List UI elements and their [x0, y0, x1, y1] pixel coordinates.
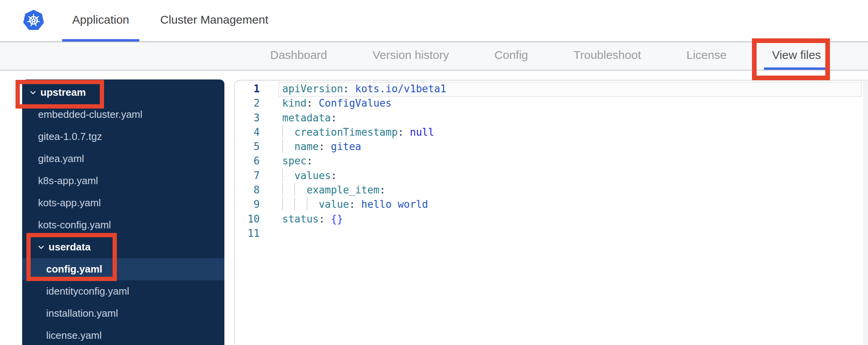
file-label: embedded-cluster.yaml	[38, 109, 142, 121]
file-label: gitea.yaml	[38, 153, 84, 165]
file-label: license.yaml	[46, 329, 102, 342]
tree-item-embedded-cluster-yaml[interactable]: embedded-cluster.yaml	[22, 104, 224, 126]
code-line-4[interactable]: 4 creationTimestamp: null	[235, 125, 868, 140]
header-tab-cluster-management[interactable]: Cluster Management	[150, 0, 278, 41]
line-number: 1	[235, 82, 260, 96]
tree-item-k8s-app-yaml[interactable]: k8s-app.yaml	[22, 170, 224, 192]
kots-admin-console: ApplicationCluster Management DashboardV…	[0, 0, 868, 345]
code-line-9[interactable]: 9 value: hello world	[235, 197, 868, 212]
code-line-6[interactable]: 6spec:	[235, 154, 868, 168]
line-number: 7	[235, 169, 260, 183]
code-text: name: gitea	[282, 140, 361, 154]
indent-guide	[282, 125, 283, 138]
line-number: 11	[235, 226, 260, 241]
line-number: 6	[235, 154, 260, 168]
indent-guide	[282, 140, 283, 152]
file-label: kots-config.yaml	[38, 219, 111, 231]
file-label: installation.yaml	[46, 307, 118, 319]
indent-guide	[307, 197, 307, 210]
chevron-down-icon	[29, 88, 37, 97]
file-label: identityconfig.yaml	[46, 285, 129, 297]
header-tabs: ApplicationCluster Management	[62, 0, 278, 41]
indent-guide	[294, 183, 295, 196]
code-line-8[interactable]: 8 example_item:	[235, 183, 868, 197]
code-text: apiVersion: kots.io/v1beta1	[282, 82, 446, 96]
nav-tab-license[interactable]: License	[686, 42, 726, 70]
nav-tab-version-history[interactable]: Version history	[373, 42, 449, 70]
file-tree-sidebar: upstreamembedded-cluster.yamlgitea-1.0.7…	[22, 79, 224, 345]
indent-guide	[282, 197, 283, 210]
line-number: 2	[235, 96, 260, 110]
file-tree: upstreamembedded-cluster.yamlgitea-1.0.7…	[22, 81, 224, 345]
tree-item-installation-yaml[interactable]: installation.yaml	[22, 302, 224, 324]
kubernetes-logo-icon	[23, 9, 45, 32]
line-number: 10	[235, 212, 260, 226]
indent-guide	[282, 169, 283, 181]
tree-item-identityconfig-yaml[interactable]: identityconfig.yaml	[22, 280, 224, 302]
code-line-3[interactable]: 3metadata:	[235, 111, 868, 125]
code-line-11[interactable]: 11	[235, 226, 868, 241]
app-nav-bar: DashboardVersion historyConfigTroublesho…	[0, 41, 868, 71]
code-line-10[interactable]: 10status: {}	[235, 212, 868, 226]
line-number: 3	[235, 111, 260, 125]
folder-label: upstream	[40, 86, 86, 98]
chevron-down-icon	[37, 243, 45, 252]
indent-guide	[294, 197, 295, 210]
nav-tab-config[interactable]: Config	[495, 42, 528, 70]
tree-item-license-yaml[interactable]: license.yaml	[22, 324, 224, 345]
code-text: metadata:	[282, 111, 337, 125]
file-label: gitea-1.0.7.tgz	[38, 131, 102, 143]
code-line-5[interactable]: 5 name: gitea	[235, 140, 868, 154]
line-number: 9	[235, 197, 260, 212]
yaml-code: 1apiVersion: kots.io/v1beta12kind: Confi…	[235, 82, 868, 241]
file-content-editor[interactable]: 1apiVersion: kots.io/v1beta12kind: Confi…	[234, 80, 868, 345]
code-text: spec:	[282, 154, 312, 168]
code-text: values:	[282, 169, 337, 183]
line-number: 5	[235, 140, 260, 154]
indent-guide	[282, 183, 283, 196]
code-text: value: hello world	[282, 197, 428, 212]
code-line-1[interactable]: 1apiVersion: kots.io/v1beta1	[235, 82, 868, 96]
code-text: kind: ConfigValues	[282, 96, 392, 110]
nav-tab-dashboard[interactable]: Dashboard	[270, 42, 327, 70]
tree-item-userdata[interactable]: userdata	[22, 236, 224, 258]
tree-item-gitea-yaml[interactable]: gitea.yaml	[22, 148, 224, 170]
code-line-2[interactable]: 2kind: ConfigValues	[235, 96, 868, 110]
tree-item-config-yaml[interactable]: config.yaml	[22, 258, 224, 280]
line-number: 8	[235, 183, 260, 197]
tree-item-gitea-1-0-7-tgz[interactable]: gitea-1.0.7.tgz	[22, 126, 224, 148]
tree-item-upstream[interactable]: upstream	[22, 81, 224, 104]
header-tab-application[interactable]: Application	[62, 0, 139, 41]
code-text: example_item:	[282, 183, 385, 197]
file-label: kots-app.yaml	[38, 197, 101, 209]
file-label: config.yaml	[46, 263, 102, 275]
secondary-nav-items: DashboardVersion historyConfigTroublesho…	[270, 42, 821, 70]
code-text: creationTimestamp: null	[282, 125, 434, 140]
top-bar: ApplicationCluster Management	[0, 0, 868, 41]
scrollbar-track[interactable]	[863, 80, 868, 345]
code-text: status: {}	[282, 212, 343, 226]
nav-tab-view-files[interactable]: View files	[764, 42, 829, 70]
file-label: k8s-app.yaml	[38, 175, 98, 187]
line-number: 4	[235, 125, 260, 140]
code-line-7[interactable]: 7 values:	[235, 169, 868, 183]
nav-tab-troubleshoot[interactable]: Troubleshoot	[573, 42, 641, 70]
tree-item-kots-config-yaml[interactable]: kots-config.yaml	[22, 214, 224, 236]
folder-label: userdata	[49, 241, 90, 253]
tree-item-kots-app-yaml[interactable]: kots-app.yaml	[22, 192, 224, 214]
